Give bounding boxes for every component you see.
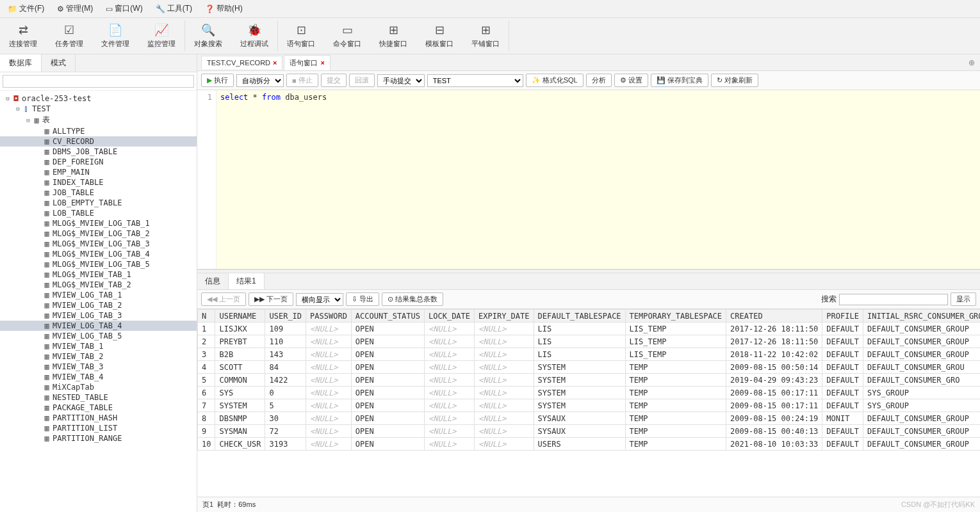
cell[interactable]: LIS: [534, 335, 625, 348]
cell[interactable]: USERS: [534, 438, 625, 451]
cell[interactable]: DEFAULT_CONSUMER_GROUP: [863, 438, 980, 451]
cell[interactable]: DEFAULT: [822, 399, 863, 412]
cell[interactable]: <NULL>: [425, 335, 475, 348]
result-grid-wrap[interactable]: NUSERNAMEUSER_IDPASSWORDACCOUNT_STATUSLO…: [197, 309, 980, 497]
tool-sql-window[interactable]: ⊡语句窗口: [278, 20, 324, 51]
tool-connection[interactable]: ⇄连接管理: [0, 20, 46, 51]
cell[interactable]: 30: [265, 412, 306, 425]
cell[interactable]: <NULL>: [425, 399, 475, 412]
tool-task[interactable]: ☑任务管理: [46, 20, 92, 51]
cell[interactable]: DEFAULT: [822, 387, 863, 399]
cell[interactable]: 9: [198, 425, 215, 438]
cell[interactable]: 2009-08-15 00:17:11: [726, 387, 822, 399]
tree-node[interactable]: ▦MVIEW_LOG_TAB_1: [0, 290, 197, 300]
cell[interactable]: SYS_GROUP: [863, 387, 980, 399]
format-button[interactable]: ✨格式化SQL: [526, 74, 584, 87]
cell[interactable]: SYSTEM: [215, 399, 265, 412]
tree-node[interactable]: ⊟▦表: [0, 114, 197, 126]
result-tab-result1[interactable]: 结果1: [229, 273, 265, 289]
cell[interactable]: 2009-08-15 00:50:14: [726, 361, 822, 374]
prev-page-button[interactable]: ◀◀上一页: [201, 292, 246, 306]
cell[interactable]: CHECK_USR: [215, 438, 265, 451]
cell[interactable]: 5: [198, 374, 215, 387]
cell[interactable]: 143: [265, 348, 306, 361]
cell[interactable]: TEMP: [625, 399, 726, 412]
cell[interactable]: SCOTT: [215, 361, 265, 374]
tool-template-window[interactable]: ⊟模板窗口: [416, 20, 462, 51]
cell[interactable]: OPEN: [351, 399, 424, 412]
commit-button[interactable]: 提交: [321, 74, 347, 87]
cell[interactable]: DEFAULT_CONSUMER_GRO: [863, 374, 980, 387]
col-header[interactable]: CREATED: [726, 310, 822, 323]
cell[interactable]: 109: [265, 323, 306, 335]
col-header[interactable]: TEMPORARY_TABLESPACE: [625, 310, 726, 323]
tree-node[interactable]: ⊟⫿TEST: [0, 104, 197, 114]
cell[interactable]: SYSTEM: [534, 399, 625, 412]
cell[interactable]: <NULL>: [306, 387, 352, 399]
cell[interactable]: B2B: [215, 348, 265, 361]
menu-manage[interactable]: ⚙管理(M): [53, 2, 97, 15]
cell[interactable]: LIS_TEMP: [625, 323, 726, 335]
result-search-input[interactable]: [839, 294, 948, 305]
cell[interactable]: OPEN: [351, 438, 424, 451]
tree-node[interactable]: ▦MLOG$_MVIEW_TAB_1: [0, 269, 197, 280]
cell[interactable]: DEFAULT: [822, 425, 863, 438]
auto-split-select[interactable]: 自动拆分: [236, 74, 284, 87]
cell[interactable]: DBSNMP: [215, 412, 265, 425]
cell[interactable]: 2021-08-10 10:03:33: [726, 438, 822, 451]
connection-select[interactable]: TEST: [427, 74, 523, 87]
cell[interactable]: DEFAULT: [822, 323, 863, 335]
cell[interactable]: OPEN: [351, 335, 424, 348]
cell[interactable]: OPEN: [351, 374, 424, 387]
show-button[interactable]: 显示: [951, 292, 976, 306]
cell[interactable]: 6: [198, 387, 215, 399]
tree-node[interactable]: ▦MVIEW_LOG_TAB_2: [0, 300, 197, 310]
cell[interactable]: SYSTEM: [534, 361, 625, 374]
cell[interactable]: <NULL>: [475, 412, 534, 425]
cell[interactable]: LIS: [534, 348, 625, 361]
cell[interactable]: 8: [198, 412, 215, 425]
cell[interactable]: 2017-12-26 18:11:50: [726, 335, 822, 348]
cell[interactable]: 2018-11-22 10:42:02: [726, 348, 822, 361]
tree-node[interactable]: ▦MLOG$_MVIEW_TAB_2: [0, 280, 197, 290]
table-row[interactable]: 5COMMON1422<NULL>OPEN<NULL><NULL>SYSTEMT…: [198, 374, 981, 387]
tree-node[interactable]: ▦PARTITION_LIST: [0, 423, 197, 433]
cell[interactable]: 2009-08-15 00:40:13: [726, 425, 822, 438]
cell[interactable]: DEFAULT_CONSUMER_GROUP: [863, 348, 980, 361]
next-page-button[interactable]: ▶▶下一页: [249, 292, 293, 306]
cell[interactable]: 4: [198, 361, 215, 374]
sql-editor[interactable]: 1 select * from dba_users: [197, 90, 980, 269]
cell[interactable]: TEMP: [625, 387, 726, 399]
tree-node[interactable]: ▦EMP_MAIN: [0, 167, 197, 177]
cell[interactable]: DEFAULT_CONSUMER_GROUP: [863, 323, 980, 335]
cell[interactable]: <NULL>: [475, 399, 534, 412]
save-template-button[interactable]: 💾保存到宝典: [651, 74, 708, 87]
cell[interactable]: <NULL>: [475, 438, 534, 451]
cell[interactable]: TEMP: [625, 374, 726, 387]
cell[interactable]: 1422: [265, 374, 306, 387]
col-header[interactable]: EXPIRY_DATE: [475, 310, 534, 323]
cell[interactable]: LISJKX: [215, 323, 265, 335]
cell[interactable]: 2009-08-15 00:17:11: [726, 399, 822, 412]
col-header[interactable]: DEFAULT_TABLESPACE: [534, 310, 625, 323]
cell[interactable]: SYSAUX: [534, 425, 625, 438]
refresh-button[interactable]: ↻对象刷新: [711, 74, 758, 87]
result-tab-info[interactable]: 信息: [197, 273, 229, 289]
table-row[interactable]: 9SYSMAN72<NULL>OPEN<NULL><NULL>SYSAUXTEM…: [198, 425, 981, 438]
sql-text[interactable]: select * from dba_users: [216, 90, 980, 269]
rollback-button[interactable]: 回滚: [349, 74, 375, 87]
table-row[interactable]: 2PREYBT110<NULL>OPEN<NULL><NULL>LISLIS_T…: [198, 335, 981, 348]
cell[interactable]: <NULL>: [475, 374, 534, 387]
cell[interactable]: DEFAULT: [822, 361, 863, 374]
tree-node[interactable]: ▦MiXCapTab: [0, 382, 197, 392]
cell[interactable]: <NULL>: [306, 438, 352, 451]
col-header[interactable]: USERNAME: [215, 310, 265, 323]
cell[interactable]: OPEN: [351, 425, 424, 438]
cell[interactable]: LIS_TEMP: [625, 348, 726, 361]
cell[interactable]: 2019-04-29 09:43:23: [726, 374, 822, 387]
tree-node[interactable]: ▦MLOG$_MVIEW_LOG_TAB_4: [0, 249, 197, 259]
cell[interactable]: SYSTEM: [534, 387, 625, 399]
cell[interactable]: 0: [265, 387, 306, 399]
cell[interactable]: <NULL>: [306, 374, 352, 387]
cell[interactable]: SYS: [215, 387, 265, 399]
